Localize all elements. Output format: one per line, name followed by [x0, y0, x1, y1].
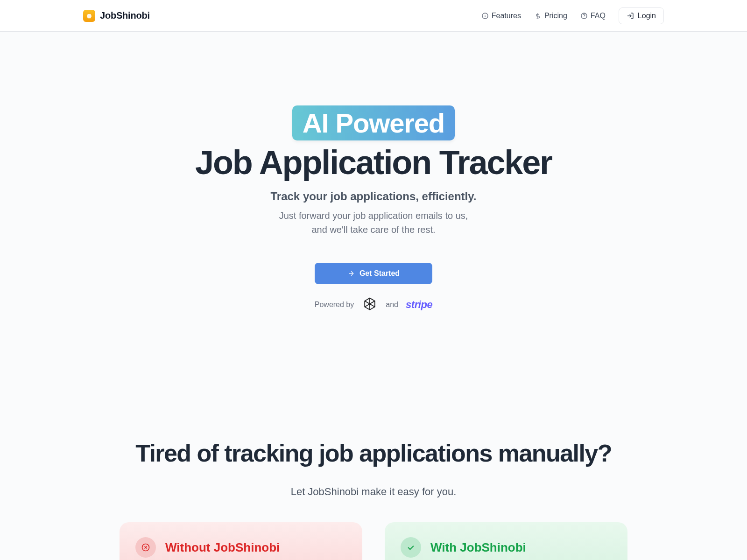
nav-pricing[interactable]: Pricing: [534, 12, 567, 20]
without-title: Without JobShinobi: [165, 540, 280, 555]
powered-by-label: Powered by: [315, 301, 354, 309]
hero-section: AI Powered Job Application Tracker Track…: [0, 32, 747, 313]
hero-subtext-line2: and we'll take care of the rest.: [311, 224, 435, 235]
x-circle-icon: [135, 537, 156, 558]
section2-title: Tired of tracking job applications manua…: [0, 439, 747, 467]
brand-logo-icon: [83, 10, 95, 22]
login-icon: [627, 12, 634, 20]
nav-pricing-label: Pricing: [544, 12, 567, 20]
dollar-icon: [534, 12, 542, 20]
comparison-section: Tired of tracking job applications manua…: [0, 439, 747, 560]
hero-subtext: Just forward your job application emails…: [0, 209, 747, 237]
ai-powered-badge: AI Powered: [292, 105, 455, 140]
brand-name: JobShinobi: [100, 10, 150, 21]
section2-subtitle: Let JobShinobi make it easy for you.: [0, 486, 747, 498]
powered-by: Powered by and stripe: [0, 296, 747, 313]
nav-features[interactable]: Features: [481, 12, 521, 20]
hero-tagline: Track your job applications, efficiently…: [0, 190, 747, 203]
login-button[interactable]: Login: [619, 7, 664, 24]
cta-label: Get Started: [359, 269, 400, 278]
without-card: Without JobShinobi: [120, 522, 362, 560]
check-circle-icon: [401, 537, 421, 558]
nav-features-label: Features: [492, 12, 521, 20]
arrow-right-icon: [347, 270, 355, 277]
with-card: With JobShinobi: [385, 522, 627, 560]
stripe-logo: stripe: [406, 299, 432, 311]
login-label: Login: [638, 12, 656, 20]
hero-subtext-line1: Just forward your job application emails…: [279, 210, 468, 221]
header: JobShinobi Features Pricing FAQ Login: [0, 0, 747, 32]
and-label: and: [386, 301, 398, 309]
brand-link[interactable]: JobShinobi: [83, 10, 150, 22]
nav: Features Pricing FAQ Login: [481, 7, 664, 24]
get-started-button[interactable]: Get Started: [315, 263, 432, 284]
openai-icon: [361, 296, 378, 313]
nav-faq-label: FAQ: [591, 12, 606, 20]
help-icon: [580, 12, 588, 20]
hero-title: Job Application Tracker: [0, 143, 747, 182]
with-title: With JobShinobi: [430, 540, 526, 555]
nav-faq[interactable]: FAQ: [580, 12, 606, 20]
info-icon: [481, 12, 489, 20]
comparison-cards: Without JobShinobi With JobShinobi: [0, 522, 747, 560]
